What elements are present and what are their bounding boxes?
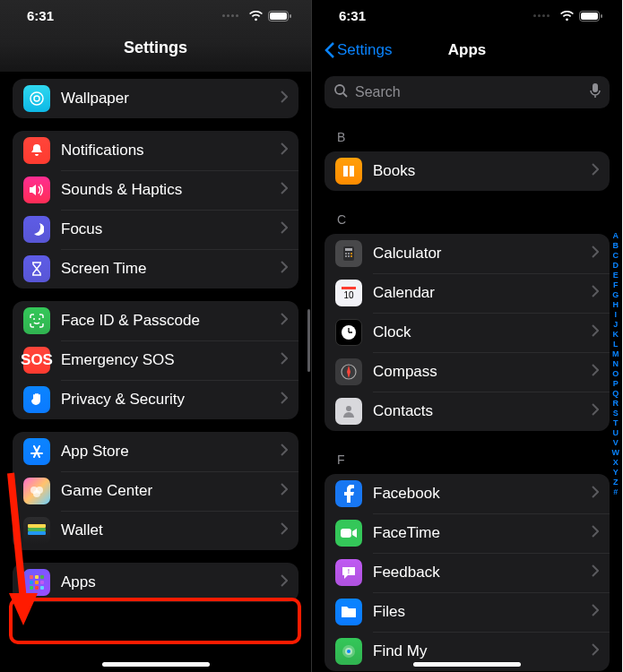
- contacts-icon: [335, 398, 362, 425]
- row-label: Game Center: [61, 482, 281, 500]
- index-letter[interactable]: Y: [612, 468, 620, 478]
- svg-text:10: 10: [343, 290, 354, 300]
- index-letter[interactable]: C: [612, 251, 620, 261]
- svg-point-25: [350, 253, 352, 254]
- row-gamecenter[interactable]: Game Center: [13, 471, 299, 511]
- index-letter[interactable]: O: [612, 369, 620, 379]
- settings-content[interactable]: Wallpaper Notifications Sounds & Haptics: [0, 79, 311, 602]
- row-wallet[interactable]: Wallet: [13, 511, 299, 550]
- index-letter[interactable]: B: [612, 241, 620, 251]
- chevron-right-icon: [281, 90, 288, 107]
- index-letter[interactable]: A: [612, 231, 620, 241]
- page-title: Settings: [124, 39, 187, 57]
- index-letter[interactable]: #: [612, 487, 620, 497]
- svg-point-27: [348, 255, 350, 257]
- facebook-icon: [335, 480, 362, 507]
- back-button[interactable]: Settings: [324, 41, 392, 59]
- facetime-icon: [335, 520, 362, 547]
- row-compass[interactable]: Compass: [324, 352, 610, 392]
- chevron-right-icon: [281, 261, 288, 277]
- row-screentime[interactable]: Screen Time: [13, 249, 299, 289]
- appstore-icon: [23, 438, 50, 465]
- battery-icon: [579, 11, 602, 22]
- feedback-icon: !: [335, 559, 362, 586]
- index-letter[interactable]: D: [612, 261, 620, 271]
- index-letter[interactable]: E: [612, 271, 620, 280]
- index-letter[interactable]: J: [612, 320, 620, 330]
- row-label: Contacts: [373, 402, 592, 420]
- scrollbar-thumb[interactable]: [307, 309, 310, 372]
- row-sos[interactable]: SOS Emergency SOS: [13, 340, 299, 380]
- index-letter[interactable]: L: [612, 340, 620, 349]
- index-letter[interactable]: Q: [612, 389, 620, 399]
- index-letter[interactable]: H: [612, 300, 620, 310]
- row-faceid[interactable]: Face ID & Passcode: [13, 301, 299, 340]
- index-letter[interactable]: F: [612, 280, 620, 290]
- speaker-icon: [23, 177, 50, 203]
- group-b: Books: [324, 151, 610, 191]
- row-facebook[interactable]: Facebook: [324, 474, 610, 513]
- search-field[interactable]: [324, 76, 610, 108]
- svg-line-19: [343, 93, 347, 97]
- group-apps: Apps: [13, 563, 299, 602]
- row-wallpaper[interactable]: Wallpaper: [13, 79, 299, 118]
- index-letter[interactable]: W: [612, 448, 620, 458]
- wallpaper-icon: [23, 85, 50, 112]
- row-focus[interactable]: Focus: [13, 210, 299, 249]
- index-letter[interactable]: N: [612, 359, 620, 369]
- svg-point-41: [347, 650, 350, 653]
- svg-point-24: [348, 253, 350, 254]
- row-clock[interactable]: Clock: [324, 313, 610, 352]
- chevron-right-icon: [592, 403, 599, 419]
- index-letter[interactable]: X: [612, 458, 620, 468]
- index-letter[interactable]: Z: [612, 478, 620, 487]
- row-contacts[interactable]: Contacts: [324, 392, 610, 431]
- row-label: Privacy & Security: [61, 391, 281, 409]
- row-appstore[interactable]: App Store: [13, 432, 299, 471]
- svg-point-6: [39, 318, 40, 320]
- index-letter[interactable]: P: [612, 379, 620, 389]
- wifi-icon: [248, 11, 264, 22]
- row-facetime[interactable]: FaceTime: [324, 513, 610, 553]
- row-calculator[interactable]: Calculator: [324, 234, 610, 273]
- svg-rect-2: [290, 14, 291, 18]
- row-feedback[interactable]: ! Feedback: [324, 553, 610, 592]
- index-letter[interactable]: U: [612, 428, 620, 438]
- status-bar: 6:31: [0, 0, 311, 29]
- mic-icon[interactable]: [590, 82, 601, 102]
- alphabet-index[interactable]: ABCDEFGHIJKLMNOPQRSTUVWXYZ#: [612, 231, 620, 497]
- row-label: Feedback: [373, 564, 592, 582]
- wifi-icon: [559, 11, 575, 22]
- chevron-right-icon: [281, 483, 288, 499]
- svg-rect-12: [28, 531, 46, 535]
- home-indicator[interactable]: [413, 662, 521, 667]
- index-letter[interactable]: S: [612, 409, 620, 418]
- home-indicator[interactable]: [102, 662, 210, 667]
- row-label: Facebook: [373, 485, 592, 503]
- index-letter[interactable]: V: [612, 438, 620, 448]
- row-sounds[interactable]: Sounds & Haptics: [13, 170, 299, 210]
- index-letter[interactable]: K: [612, 330, 620, 340]
- row-label: Clock: [373, 323, 592, 341]
- compass-icon: [335, 358, 362, 385]
- svg-point-28: [350, 255, 352, 257]
- search-input[interactable]: [355, 84, 583, 100]
- row-files[interactable]: Files: [324, 592, 610, 632]
- apps-icon: [23, 569, 50, 596]
- row-apps[interactable]: Apps: [13, 563, 299, 602]
- index-letter[interactable]: G: [612, 290, 620, 300]
- row-books[interactable]: Books: [324, 151, 610, 191]
- index-letter[interactable]: T: [612, 418, 620, 428]
- index-letter[interactable]: I: [612, 310, 620, 320]
- row-notifications[interactable]: Notifications: [13, 131, 299, 170]
- index-letter[interactable]: R: [612, 399, 620, 409]
- row-calendar[interactable]: 10 Calendar: [324, 273, 610, 313]
- row-label: Wallpaper: [61, 90, 281, 108]
- apps-content[interactable]: B Books C Calculator 10: [312, 0, 622, 671]
- bell-icon: [23, 137, 50, 164]
- svg-rect-1: [270, 13, 287, 20]
- chevron-right-icon: [281, 182, 288, 198]
- svg-rect-17: [601, 14, 602, 18]
- row-privacy[interactable]: Privacy & Security: [13, 380, 299, 419]
- index-letter[interactable]: M: [612, 349, 620, 359]
